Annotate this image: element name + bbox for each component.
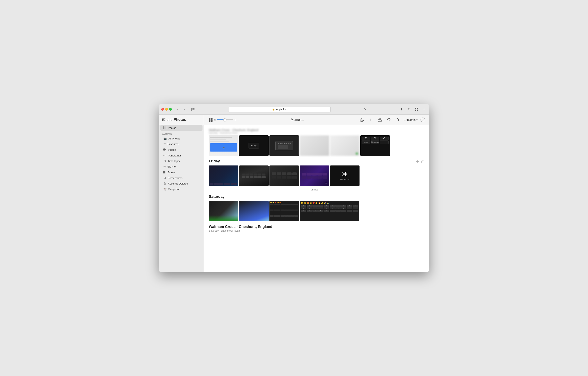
timelapse-icon: ⏱ bbox=[163, 160, 166, 163]
sidebar-item-screenshots[interactable]: 🖥 Screenshots bbox=[160, 175, 202, 181]
friday-photo-3[interactable] bbox=[269, 165, 299, 186]
new-tab-button[interactable]: + bbox=[421, 107, 427, 112]
lock-icon: 🔒 bbox=[272, 108, 275, 111]
app-content-wrapper: ⊟ ⊞ Moments + bbox=[204, 115, 429, 272]
photo-thumb-dark-screen1[interactable]: Dialog bbox=[239, 135, 269, 156]
saturday-photo-2[interactable] bbox=[239, 201, 269, 221]
maximize-button[interactable] bbox=[169, 108, 172, 111]
slomo-label: Slo-mo bbox=[167, 165, 176, 168]
sidebar-toggle-button[interactable] bbox=[190, 107, 196, 112]
favorites-icon: ♡ bbox=[163, 142, 166, 146]
sidebar: iCloud Photos ▾ Photos Albums 📷 All bbox=[159, 115, 204, 272]
sidebar-item-photos[interactable]: Photos bbox=[160, 125, 202, 131]
forward-button[interactable]: › bbox=[182, 107, 187, 112]
view-toggle-button[interactable] bbox=[208, 117, 213, 122]
svg-rect-10 bbox=[163, 149, 165, 150]
share-button[interactable] bbox=[377, 117, 383, 123]
user-menu-chevron: ▾ bbox=[416, 118, 418, 121]
waltham-section-header: Waltham Cross - Cheshunt, England Saturd… bbox=[209, 225, 424, 232]
screenshots-icon: 🖥 bbox=[163, 177, 166, 180]
svg-rect-1 bbox=[192, 108, 195, 109]
svg-rect-5 bbox=[417, 108, 418, 109]
saturday-photo-emoji-small[interactable]: 😀😂❤️👍🔥 bbox=[269, 201, 299, 221]
zoom-slider[interactable] bbox=[217, 119, 233, 120]
photo-thumb-zxc-keyboard[interactable]: Z X C option ⌘command bbox=[360, 135, 390, 156]
photo-thumb-dark-screen2[interactable]: System Preferences bbox=[269, 135, 299, 156]
grid-view-button[interactable] bbox=[414, 107, 419, 112]
sidebar-item-timelapse[interactable]: ⏱ Time-lapse bbox=[160, 159, 202, 164]
saturday-title: Saturday bbox=[209, 194, 225, 199]
friday-share-button[interactable] bbox=[421, 160, 424, 163]
zoom-small-icon: ⊟ bbox=[214, 118, 216, 121]
svg-rect-0 bbox=[191, 108, 192, 111]
svg-rect-9 bbox=[164, 126, 166, 129]
svg-rect-7 bbox=[417, 109, 418, 111]
photo-thumb-blurred2[interactable] bbox=[330, 135, 359, 156]
url-bar[interactable]: 🔒 Apple Inc. bbox=[228, 106, 331, 112]
friday-add-button[interactable] bbox=[416, 160, 419, 163]
svg-rect-2 bbox=[192, 109, 195, 109]
undo-button[interactable] bbox=[386, 117, 392, 123]
sidebar-item-all-photos[interactable]: 📷 All Photos bbox=[160, 136, 202, 141]
brand-chevron: ▾ bbox=[188, 119, 189, 121]
close-button[interactable] bbox=[161, 108, 164, 111]
friday-photo-command[interactable]: ⌘ command bbox=[330, 165, 359, 186]
toolbar-actions: + 🗑 bbox=[359, 117, 425, 123]
nav-buttons: ‹ › bbox=[175, 107, 187, 112]
photo-thumb-blurred1[interactable] bbox=[300, 135, 329, 156]
sidebar-item-recently-deleted[interactable]: 🗑 Recently Deleted bbox=[160, 181, 202, 186]
photo-thumb-screenshot[interactable]: 📷 bbox=[209, 135, 238, 156]
heart-icon: ♡ bbox=[325, 182, 328, 185]
sidebar-item-panoramas[interactable]: Panoramas bbox=[160, 153, 202, 158]
main-content: Waltham Cross · Cheshunt, England Saturd… bbox=[204, 125, 429, 272]
sidebar-item-slomo[interactable]: ◎ Slo-mo bbox=[160, 164, 202, 169]
friday-photo-untitled[interactable]: ♡ Untitled bbox=[300, 165, 329, 186]
friday-photo-grid: ♡ Untitled ⌘ command bbox=[209, 165, 424, 186]
blurred-title: Waltham Cross · Cheshunt, England bbox=[209, 128, 424, 132]
toolbar-title: Moments bbox=[238, 118, 357, 122]
app-brand: iCloud Photos ▾ bbox=[162, 118, 189, 122]
photos-icon bbox=[163, 126, 166, 130]
panoramas-icon bbox=[163, 154, 166, 157]
albums-section-label: Albums bbox=[159, 131, 204, 136]
user-name: Benjamin bbox=[404, 118, 416, 121]
panoramas-label: Panoramas bbox=[168, 154, 181, 157]
friday-photo-1[interactable] bbox=[209, 165, 238, 186]
sidebar-item-videos[interactable]: Videos bbox=[160, 147, 202, 152]
titlebar: ‹ › 🔒 Apple Inc. ↻ ⬇ ⬆ bbox=[159, 104, 429, 115]
url-text: Apple Inc. bbox=[276, 108, 287, 111]
zoom-large-icon: ⊞ bbox=[234, 118, 236, 121]
sidebar-item-photos-label: Photos bbox=[168, 126, 176, 129]
back-button[interactable]: ‹ bbox=[175, 107, 181, 112]
upload-button[interactable] bbox=[359, 117, 365, 123]
help-button[interactable]: ? bbox=[420, 118, 425, 122]
user-menu[interactable]: Benjamin ▾ bbox=[404, 118, 418, 121]
svg-rect-4 bbox=[415, 108, 416, 109]
screenshots-label: Screenshots bbox=[168, 177, 182, 180]
top-photo-grid: 📷 Dialog bbox=[209, 135, 424, 156]
svg-rect-16 bbox=[209, 118, 210, 120]
sidebar-item-favorites[interactable]: ♡ Favorites bbox=[160, 141, 202, 147]
sidebar-item-bursts[interactable]: Bursts bbox=[160, 170, 202, 175]
download-icon-button[interactable]: ⬇ bbox=[399, 107, 405, 112]
reload-button[interactable]: ↻ bbox=[362, 107, 368, 112]
zoom-control: ⊟ ⊞ bbox=[208, 117, 236, 122]
saturday-photo-emoji-large[interactable]: 😀😂😍😎❤️👍🔥✨🎉🙏 1 2 3 4 5 6 7 8 bbox=[300, 201, 359, 221]
titlebar-right: ⬇ ⬆ + bbox=[399, 107, 427, 112]
saturday-photo-1[interactable] bbox=[209, 201, 238, 221]
minimize-button[interactable] bbox=[165, 108, 168, 111]
traffic-lights bbox=[161, 108, 172, 111]
share-icon-button[interactable]: ⬆ bbox=[406, 107, 412, 112]
trash-button[interactable]: 🗑 bbox=[395, 117, 401, 123]
friday-photo-2[interactable] bbox=[239, 165, 269, 186]
svg-rect-17 bbox=[211, 118, 212, 120]
snapchat-icon: 👻 bbox=[163, 188, 167, 191]
sidebar-item-snapchat[interactable]: 👻 Snapchat bbox=[160, 187, 202, 192]
svg-rect-24 bbox=[416, 161, 419, 161]
svg-point-21 bbox=[363, 120, 364, 121]
all-photos-label: All Photos bbox=[168, 137, 180, 140]
friday-section-actions bbox=[416, 160, 424, 163]
add-button[interactable]: + bbox=[368, 117, 374, 123]
top-blurred-section: Waltham Cross · Cheshunt, England Saturd… bbox=[209, 128, 424, 156]
svg-rect-15 bbox=[166, 171, 166, 173]
